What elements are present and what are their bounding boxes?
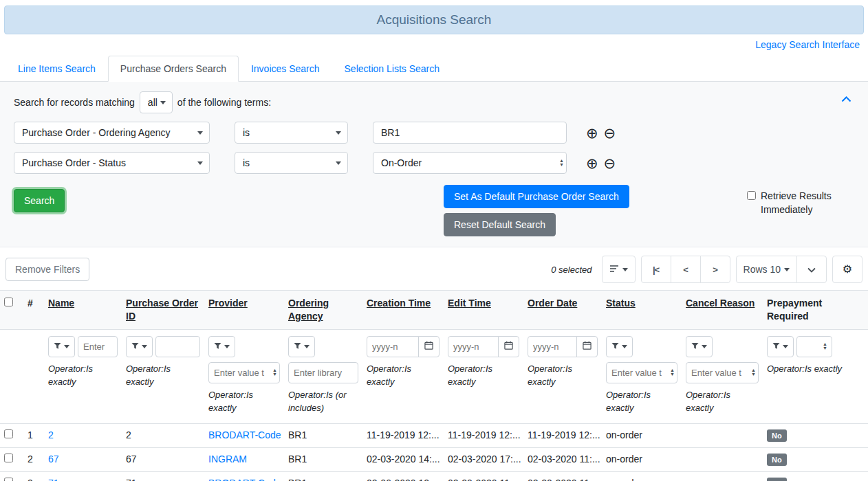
match-select-wrap: all xyxy=(140,91,173,113)
filter-cell-creation: Operator:Is exactly xyxy=(362,329,444,423)
provider-filter-menu-button[interactable] xyxy=(208,336,235,357)
sort-order-date[interactable]: Order Date xyxy=(528,298,577,309)
filter-cell-edit: Operator:Is exactly xyxy=(444,329,523,423)
provider-cell: INGRAM xyxy=(204,448,284,472)
row-checkbox[interactable] xyxy=(4,478,13,481)
retrieve-results-label: Retrieve Results Immediately xyxy=(761,189,835,217)
sort-provider[interactable]: Provider xyxy=(208,298,248,309)
term-value-input-1[interactable] xyxy=(373,122,567,144)
provider-link[interactable]: BRODART-Code xyxy=(208,478,281,481)
prev-page-button[interactable]: < xyxy=(671,256,701,283)
add-term-button[interactable]: ⊕ xyxy=(583,126,601,140)
agency-filter-input[interactable] xyxy=(288,362,358,383)
remove-filters-button[interactable]: Remove Filters xyxy=(6,258,89,281)
po-id-filter-menu-button[interactable] xyxy=(126,336,153,357)
sort-status[interactable]: Status xyxy=(606,298,636,309)
order-date-cell: 11-19-2019 12:... xyxy=(523,423,602,447)
caret-down-icon xyxy=(142,345,147,348)
row-checkbox[interactable] xyxy=(4,454,13,462)
creation-calendar-button[interactable] xyxy=(418,336,440,357)
remove-term-button[interactable]: ⊖ xyxy=(601,156,619,170)
dash-circle-icon: ⊖ xyxy=(604,125,616,141)
first-page-button[interactable]: |< xyxy=(641,256,671,283)
tab-invoices[interactable]: Invoices Search xyxy=(239,56,332,82)
status-filter-input[interactable] xyxy=(606,362,677,383)
grid-actions-menu-button[interactable] xyxy=(602,256,636,283)
term-field-select-1[interactable]: Purchase Order - Ordering Agency xyxy=(14,122,210,144)
more-options-button[interactable] xyxy=(796,256,827,283)
cancel-filter-input[interactable] xyxy=(686,362,759,383)
remove-term-button[interactable]: ⊖ xyxy=(601,126,619,140)
col-header-cancel: Cancel Reason xyxy=(682,291,763,330)
name-cell: 2 xyxy=(44,423,122,447)
col-header-po-id: Purchase Order ID xyxy=(122,291,204,330)
term-value-input-2[interactable] xyxy=(373,152,567,174)
status-filter-menu-button[interactable] xyxy=(606,336,633,357)
name-cell: 71 xyxy=(44,472,122,481)
edit-calendar-button[interactable] xyxy=(498,336,519,357)
filter-cell-cancel: ▲▼ Operator:Is exactly xyxy=(682,329,763,423)
reset-default-button[interactable]: Reset Default Search xyxy=(444,213,556,236)
filter-cell-order-date: Operator:Is exactly xyxy=(523,329,602,423)
po-name-link[interactable]: 67 xyxy=(48,454,59,465)
sort-edit[interactable]: Edit Time xyxy=(448,298,491,309)
prepay-filter-stepper[interactable]: ▲▼ xyxy=(796,336,832,357)
provider-link[interactable]: BRODART-Code xyxy=(208,429,281,440)
tab-line-items[interactable]: Line Items Search xyxy=(6,56,108,82)
sort-creation[interactable]: Creation Time xyxy=(367,298,431,309)
provider-filter-input[interactable] xyxy=(208,362,280,383)
set-default-button[interactable]: Set As Default Purchase Order Search xyxy=(444,185,629,208)
col-header-status: Status xyxy=(602,291,682,330)
caret-down-icon xyxy=(783,345,788,348)
po-name-link[interactable]: 71 xyxy=(48,478,59,481)
retrieve-results-checkbox[interactable] xyxy=(747,191,756,200)
filter-cell-po-id: Operator:Is exactly xyxy=(122,329,204,423)
rows-per-page-button[interactable]: Rows 10 xyxy=(736,256,797,283)
term-operator-select-2[interactable]: is xyxy=(235,152,348,174)
tab-purchase-orders[interactable]: Purchase Orders Search xyxy=(108,56,239,82)
col-header-prepay: Prepayment Required xyxy=(763,291,868,330)
edit-filter-input[interactable] xyxy=(448,336,499,357)
name-filter-menu-button[interactable] xyxy=(48,336,75,357)
creation-filter-operator: Operator:Is exactly xyxy=(367,362,440,389)
provider-link[interactable]: INGRAM xyxy=(208,454,247,465)
sort-po-id[interactable]: Purchase Order ID xyxy=(126,298,198,322)
sort-name[interactable]: Name xyxy=(48,298,74,309)
cancel-filter-menu-button[interactable] xyxy=(686,336,713,357)
po-id-filter-input[interactable] xyxy=(155,336,200,357)
order-date-filter-input[interactable] xyxy=(528,336,577,357)
creation-cell: 02-06-2020 12:... xyxy=(362,472,444,481)
term-operator-select-1[interactable]: is xyxy=(235,122,348,144)
agency-filter-menu-button[interactable] xyxy=(288,336,315,357)
grid-settings-button[interactable]: ⚙ xyxy=(832,256,862,283)
term-field-select-2[interactable]: Purchase Order - Status xyxy=(14,152,210,174)
row-select-cell xyxy=(0,448,23,472)
filter-cell-provider: ▲▼ Operator:Is exactly xyxy=(204,329,284,423)
po-name-link[interactable]: 2 xyxy=(48,429,54,440)
next-page-button[interactable]: > xyxy=(700,256,730,283)
sort-agency[interactable]: Ordering Agency xyxy=(288,298,329,322)
provider-filter-operator: Operator:Is exactly xyxy=(208,388,280,415)
add-term-button[interactable]: ⊕ xyxy=(583,156,601,170)
row-checkbox[interactable] xyxy=(4,429,13,438)
order-date-calendar-button[interactable] xyxy=(576,336,598,357)
creation-filter-input[interactable] xyxy=(367,336,419,357)
filter-cell-name: Operator:Is exactly xyxy=(44,329,122,423)
sort-cancel[interactable]: Cancel Reason xyxy=(686,298,755,309)
filter-cell-agency: Operator:Is (or includes) xyxy=(284,329,362,423)
row-num-cell: 3 xyxy=(23,472,44,481)
creation-cell: 02-03-2020 14:... xyxy=(362,448,444,472)
match-type-select[interactable]: all xyxy=(140,91,173,113)
select-all-cell xyxy=(0,291,23,330)
tab-selection-lists[interactable]: Selection Lists Search xyxy=(332,56,453,82)
prepay-filter-menu-button[interactable] xyxy=(767,336,794,357)
row-select-cell xyxy=(0,472,23,481)
search-button[interactable]: Search xyxy=(14,189,65,212)
name-filter-input[interactable] xyxy=(78,336,118,357)
chevron-right-icon: > xyxy=(713,265,717,275)
collapse-search-button[interactable] xyxy=(841,94,851,104)
operator-select-wrap: is xyxy=(235,152,348,174)
caret-down-icon xyxy=(304,345,310,348)
select-all-checkbox[interactable] xyxy=(4,298,13,306)
legacy-search-link[interactable]: Legacy Search Interface xyxy=(755,39,860,50)
